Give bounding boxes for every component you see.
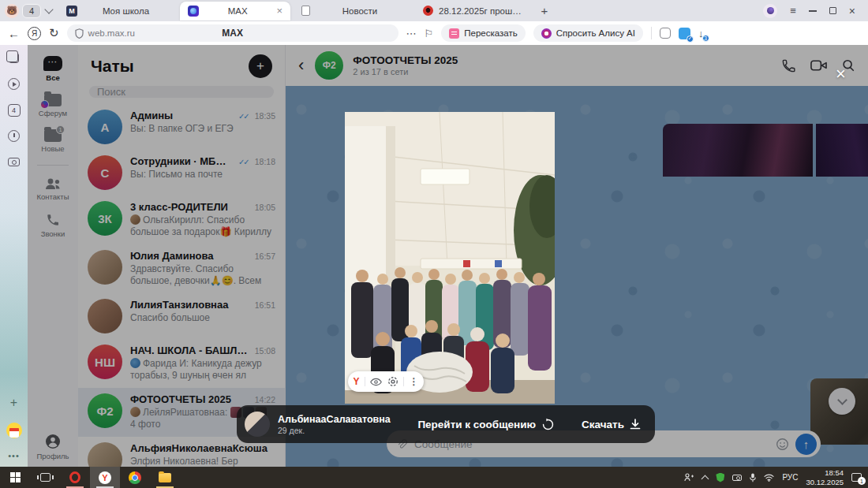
photo-date: 29 дек.	[278, 426, 391, 435]
new-tab-button[interactable]: +	[537, 3, 552, 19]
antivirus-shield-icon[interactable]	[716, 473, 724, 482]
opera-taskbar-button[interactable]	[60, 467, 90, 488]
shield-icon	[75, 28, 84, 39]
image-hover-toolbar: Y ⋮	[348, 371, 424, 392]
photo-info-bar: АльбинааСалаватовна 29 дек. Перейти к со…	[237, 405, 655, 443]
author-avatar	[245, 412, 270, 437]
browser-address-bar: ← Я ↻ web.max.ru MAX ⋯ ⚐ Пересказать Спр…	[0, 21, 868, 45]
yandex-search-icon[interactable]: Я	[28, 27, 41, 40]
download-icon	[630, 419, 641, 430]
taskbar-clock[interactable]: 18:54 30.12.2025	[806, 468, 844, 487]
viewed-photo[interactable]	[345, 112, 555, 404]
yandex-browser-icon: Y	[99, 471, 111, 484]
tray-expand-icon[interactable]	[702, 475, 709, 482]
sidebar-tabs-count[interactable]: 4	[7, 103, 21, 117]
sidebar-add-icon[interactable]: +	[10, 396, 17, 410]
microphone-tray-icon[interactable]	[750, 473, 756, 482]
tab-news[interactable]: Новости	[294, 2, 412, 20]
notification-badge: 1	[858, 477, 866, 485]
explorer-taskbar-button[interactable]	[150, 467, 180, 488]
downloads-button[interactable]: ↓ 3	[698, 28, 704, 39]
more-options-icon[interactable]: ⋮	[410, 376, 419, 387]
divider	[651, 27, 652, 39]
sidebar-more-icon[interactable]: •••	[8, 451, 20, 460]
close-window-button[interactable]: ×	[849, 5, 855, 17]
tab-max-active[interactable]: MAX ×	[180, 2, 290, 20]
max-app: ··· Все Сферум 1 Новые Контакты Звонки	[28, 45, 868, 467]
windows-logo-icon	[10, 472, 21, 482]
school-favicon: M	[66, 6, 77, 17]
screen: 🐻 4 M Моя школа MAX × Новости 28.12.2025…	[0, 0, 868, 488]
sidebar-panels-icon[interactable]	[7, 51, 21, 65]
download-label: Скачать	[582, 419, 624, 430]
author-name: АльбинааСалаватовна	[278, 414, 391, 425]
ask-alice-label: Спросить Алису AI	[556, 28, 635, 38]
browser-tab-bar: 🐻 4 M Моя школа MAX × Новости 28.12.2025…	[0, 0, 868, 21]
minimize-button[interactable]	[809, 10, 817, 12]
close-viewer-icon[interactable]: ×	[836, 64, 846, 84]
restore-button[interactable]	[829, 7, 836, 14]
tab-count-button[interactable]: 4	[22, 4, 41, 18]
browser-profile-avatar[interactable]: 🐻	[5, 4, 19, 18]
opera-icon	[69, 471, 80, 483]
goto-message-button[interactable]: Перейти к сообщению	[417, 418, 555, 431]
summarize-button[interactable]: Пересказать	[441, 24, 525, 42]
folder-icon	[159, 473, 171, 482]
window-controls: ≡ ×	[763, 4, 863, 18]
chrome-taskbar-button[interactable]	[120, 467, 150, 488]
browser-menu-icon[interactable]: ≡	[790, 5, 796, 17]
tab-close-icon[interactable]: ×	[276, 5, 282, 17]
max-favicon	[188, 6, 199, 17]
sidebar-screenshot-icon[interactable]	[7, 155, 21, 169]
task-view-button[interactable]	[30, 467, 60, 488]
profile-emoji: 🐻	[6, 6, 17, 16]
sidebar-video-icon[interactable]	[7, 77, 21, 91]
notifications-button[interactable]: 1	[851, 473, 862, 482]
alice-icon	[541, 28, 552, 39]
goto-message-label: Перейти к сообщению	[417, 419, 536, 430]
refresh-button[interactable]: ↻	[49, 26, 59, 40]
language-indicator[interactable]: РУС	[782, 473, 798, 482]
chrome-icon	[129, 471, 141, 484]
yandex-image-icon[interactable]: Y	[353, 376, 359, 387]
sync-icon[interactable]: ✓	[679, 28, 690, 39]
bookmark-icon[interactable]: ⚐	[425, 28, 434, 39]
back-button[interactable]: ←	[8, 27, 20, 40]
people-tray-icon[interactable]	[684, 473, 694, 482]
camera-tray-icon[interactable]	[732, 475, 742, 481]
chevron-down-icon[interactable]	[44, 5, 53, 13]
clock-date: 30.12.2025	[806, 478, 844, 487]
start-button[interactable]	[0, 467, 30, 488]
tab-label: Новости	[316, 6, 404, 16]
view-icon[interactable]	[370, 378, 382, 386]
sync-badge: ✓	[687, 35, 694, 43]
group-photo-illustration	[345, 112, 555, 404]
more-icon[interactable]: ⋯	[406, 28, 417, 39]
divider	[365, 377, 365, 386]
yandex-browser-taskbar-button[interactable]: Y	[90, 467, 120, 488]
extensions-icon[interactable]	[660, 28, 671, 39]
tab-label: MAX	[204, 6, 271, 16]
summarize-label: Пересказать	[464, 28, 517, 38]
author-meta: АльбинааСалаватовна 29 дек.	[278, 414, 391, 435]
alice-browser-icon[interactable]	[763, 4, 777, 18]
wifi-icon[interactable]	[764, 474, 774, 482]
clock-time: 18:54	[806, 468, 844, 478]
download-badge: 3	[702, 35, 709, 42]
url-text: web.max.ru	[88, 28, 135, 38]
tab-event[interactable]: 28.12.2025г прошел Ново	[415, 2, 533, 20]
goto-message-icon	[541, 418, 555, 431]
tab-label: 28.12.2025г прошел Ново	[439, 6, 526, 16]
summarize-icon	[449, 28, 459, 39]
yandex-mail-icon[interactable]	[6, 423, 22, 438]
url-field[interactable]: web.max.ru MAX	[67, 24, 398, 42]
ask-alice-button[interactable]: Спросить Алису AI	[533, 24, 643, 42]
sidebar-history-icon[interactable]	[7, 129, 21, 143]
task-view-icon	[40, 473, 51, 482]
image-search-lens-icon[interactable]	[387, 376, 398, 387]
tab-school[interactable]: M Моя школа	[58, 2, 177, 20]
event-favicon	[423, 6, 433, 16]
tab-label: Моя школа	[83, 6, 169, 16]
download-button[interactable]: Скачать	[582, 419, 641, 430]
document-favicon	[301, 6, 310, 16]
